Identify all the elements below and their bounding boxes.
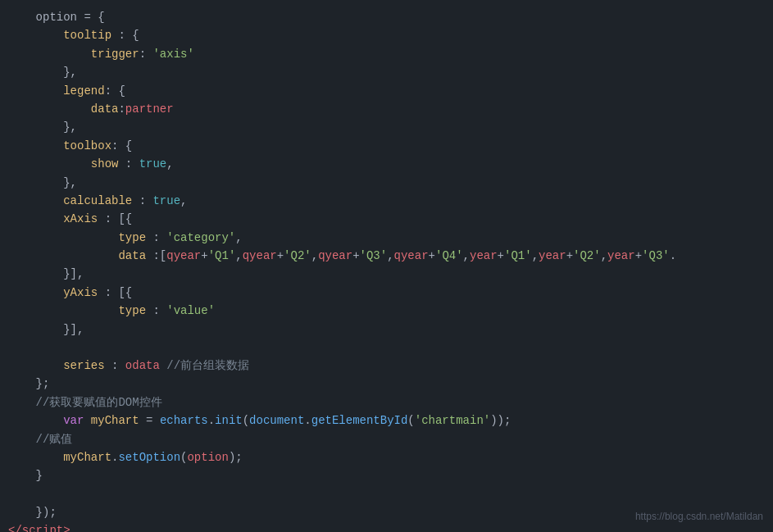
token-c-white: },: [63, 118, 77, 136]
token-c-white: ,: [180, 192, 187, 210]
token-c-white: [160, 357, 166, 375]
code-editor: option = { tooltip : { trigger: 'axis' }…: [0, 0, 773, 532]
token-c-white: +: [429, 247, 435, 265]
token-c-var: myChart: [91, 412, 139, 430]
code-line: yAxis : [{: [0, 284, 773, 302]
token-c-white: +: [277, 247, 284, 265]
token-c-white: :: [118, 100, 125, 118]
token-c-white: ,: [601, 247, 607, 265]
token-c-key: odata: [125, 357, 160, 375]
token-c-string: 'Q3': [360, 247, 388, 265]
token-c-white: }],: [63, 321, 84, 339]
token-c-func: getElementById: [311, 412, 408, 430]
code-line: },: [0, 118, 773, 136]
token-c-prop: data: [118, 247, 146, 265]
token-c-keyword: var: [63, 412, 84, 430]
code-line: //赋值: [0, 430, 773, 448]
code-line: [0, 485, 773, 503]
token-c-key: partner: [125, 100, 174, 118]
token-c-white: ,: [235, 229, 242, 247]
token-c-string: 'Q3': [642, 247, 670, 265]
token-c-key: qyear: [318, 247, 352, 265]
token-c-key: year: [607, 247, 635, 265]
token-c-prop: show: [91, 155, 119, 173]
token-c-string: 'chartmain': [415, 412, 490, 430]
token-c-white: .: [111, 448, 118, 466]
code-line: option = {: [0, 8, 773, 26]
code-content: option = { tooltip : { trigger: 'axis' }…: [0, 8, 773, 532]
token-c-key: >: [63, 521, 70, 532]
token-c-white: : {: [105, 82, 125, 100]
token-c-white: }],: [63, 265, 84, 283]
code-line: legend: {: [0, 82, 773, 100]
token-c-white: ,: [311, 247, 318, 265]
code-line: //获取要赋值的DOM控件: [0, 393, 773, 412]
token-c-white: +: [498, 247, 504, 265]
token-c-key: qyear: [166, 247, 201, 265]
code-line: xAxis : [{: [0, 210, 773, 228]
token-c-white: }: [36, 466, 43, 484]
code-line: },: [0, 174, 773, 192]
code-line: tooltip : {: [0, 26, 773, 44]
token-c-white: :: [146, 302, 166, 320]
token-c-white: : [{: [98, 284, 132, 302]
code-line: }: [0, 466, 773, 484]
code-line: show : true,: [0, 155, 773, 173]
token-c-string: 'Q2': [284, 247, 311, 265]
token-c-white: .: [208, 412, 215, 430]
token-c-bool: true: [139, 155, 167, 173]
token-c-white: );: [229, 448, 243, 466]
token-c-prop: tooltip: [63, 26, 111, 44]
token-c-func: setOption: [118, 448, 180, 466]
token-c-string: 'category': [166, 229, 235, 247]
token-c-key: qyear: [243, 247, 277, 265]
token-c-white: =: [139, 412, 160, 430]
token-c-white: : {: [111, 137, 132, 155]
token-c-key: script: [22, 521, 63, 532]
code-line: [0, 339, 773, 357]
token-c-key: qyear: [394, 247, 429, 265]
token-c-bool: true: [152, 192, 180, 210]
code-line: type : 'category',: [0, 229, 773, 247]
token-c-var: myChart: [63, 448, 111, 466]
token-c-white: (: [407, 412, 414, 430]
code-line: type : 'value': [0, 302, 773, 320]
token-c-string: 'Q2': [573, 247, 601, 265]
code-line: var myChart = echarts.init(document.getE…: [0, 412, 773, 430]
code-line: toolbox: {: [0, 137, 773, 155]
token-c-string: 'axis': [152, 45, 193, 63]
token-c-comment: //前台组装数据: [166, 357, 249, 375]
token-c-prop: type: [118, 302, 146, 320]
token-c-string: 'Q1': [208, 247, 236, 265]
token-c-white: :[: [146, 247, 166, 265]
code-line: data :[qyear+'Q1',qyear+'Q2',qyear+'Q3',…: [0, 247, 773, 265]
token-c-string: 'Q1': [504, 247, 532, 265]
token-c-string: 'Q4': [435, 247, 463, 265]
token-c-white: });: [36, 503, 57, 521]
token-c-key: year: [470, 247, 498, 265]
token-c-key: option: [187, 448, 228, 466]
code-line: series : odata //前台组装数据: [0, 357, 773, 375]
token-c-key: </: [8, 521, 22, 532]
code-line: },: [0, 63, 773, 81]
token-c-white: : {: [111, 26, 139, 44]
token-c-white: :: [132, 192, 152, 210]
code-line: data:partner: [0, 100, 773, 118]
token-c-prop: legend: [63, 82, 104, 100]
token-c-white: +: [635, 247, 642, 265]
token-c-white: :: [139, 45, 153, 63]
code-line: }],: [0, 321, 773, 339]
token-c-white: .: [304, 412, 311, 430]
token-c-string: 'value': [166, 302, 215, 320]
token-c-prop: toolbox: [63, 137, 111, 155]
watermark: https://blog.csdn.net/Matildan: [635, 511, 763, 522]
token-c-white: (: [243, 412, 249, 430]
token-c-prop: yAxis: [63, 284, 98, 302]
token-c-prop: trigger: [91, 45, 139, 63]
token-c-white: ,: [532, 247, 539, 265]
code-line: };: [0, 375, 773, 393]
token-c-prop: series: [63, 357, 104, 375]
token-c-white: : [{: [98, 210, 132, 228]
token-c-prop: data: [91, 100, 119, 118]
token-c-white: +: [566, 247, 573, 265]
